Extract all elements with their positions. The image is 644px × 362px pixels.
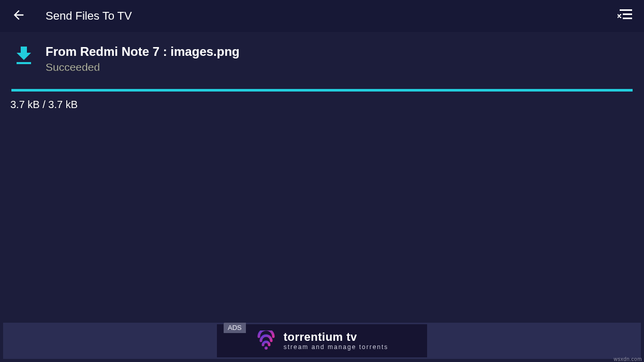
ad-text: torrentium tv stream and manage torrents xyxy=(284,331,389,351)
clear-list-icon xyxy=(618,8,633,24)
svg-rect-0 xyxy=(620,9,632,11)
svg-point-4 xyxy=(265,346,268,350)
transfer-size: 3.7 kB / 3.7 kB xyxy=(10,99,644,111)
ad-label: ADS xyxy=(224,323,246,333)
app-bar: Send Files To TV xyxy=(0,0,644,32)
transfer-item[interactable]: From Redmi Note 7 : images.png Succeeded xyxy=(0,32,644,73)
svg-rect-1 xyxy=(623,13,632,15)
clear-list-button[interactable] xyxy=(615,6,636,26)
svg-rect-2 xyxy=(623,18,632,19)
progress-bar xyxy=(11,89,633,92)
ad-title: torrentium tv xyxy=(284,331,389,343)
svg-rect-3 xyxy=(17,62,31,64)
ad-subtitle: stream and manage torrents xyxy=(284,344,389,351)
ad-logo-icon xyxy=(256,330,276,351)
ad-banner[interactable]: ADS torrentium tv stream and manage torr… xyxy=(3,323,641,359)
back-arrow-icon xyxy=(11,8,26,24)
transfer-title: From Redmi Note 7 : images.png xyxy=(46,44,633,59)
back-button[interactable] xyxy=(8,6,29,26)
transfer-status: Succeeded xyxy=(46,61,633,73)
download-icon xyxy=(11,46,36,65)
watermark: wsxdn.com xyxy=(613,356,642,362)
transfer-info: From Redmi Note 7 : images.png Succeeded xyxy=(46,44,633,73)
app-title: Send Files To TV xyxy=(46,9,132,23)
ad-content[interactable]: torrentium tv stream and manage torrents xyxy=(217,324,427,357)
